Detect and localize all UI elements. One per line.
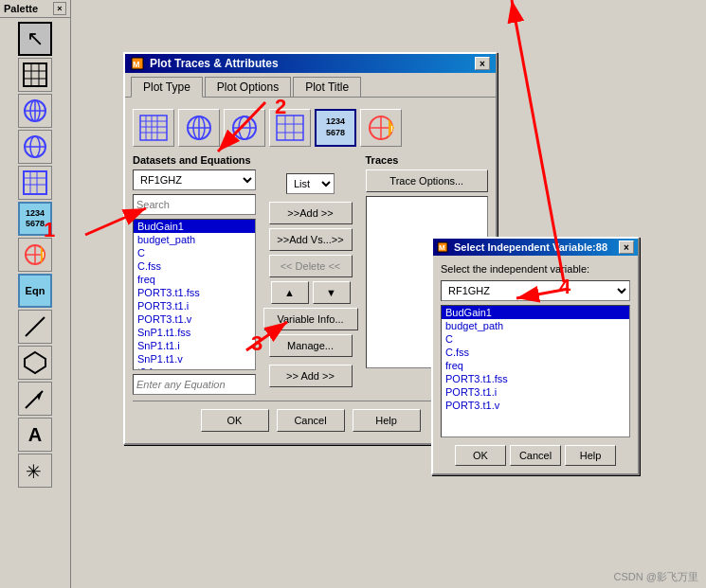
datasets-label: Datasets and Equations — [133, 154, 256, 166]
eqn-add-btn[interactable]: >> Add >> — [269, 365, 353, 387]
delete-btn[interactable]: << Delete << — [269, 255, 353, 277]
dataset-dropdown-row: RF1GHZ — [133, 169, 256, 190]
cancel-btn[interactable]: Cancel — [277, 409, 345, 432]
indep-help-btn[interactable]: Help — [565, 445, 616, 466]
list-item[interactable]: budget_path — [134, 233, 255, 246]
indep-select[interactable]: RF1GHZ — [441, 280, 630, 301]
list-item[interactable]: C — [134, 246, 255, 259]
list-item[interactable]: t2.fss — [134, 365, 255, 370]
list-item[interactable]: freq — [134, 273, 255, 286]
left-col: Datasets and Equations RF1GHZ BudGain1 b… — [133, 154, 256, 395]
palette-item-globe2[interactable] — [18, 130, 52, 164]
main-dialog-title: Plot Traces & Attributes — [150, 57, 279, 70]
palette-titlebar: Palette × — [0, 0, 70, 18]
tab-plot-options[interactable]: Plot Options — [205, 77, 291, 97]
svg-marker-23 — [25, 352, 45, 373]
indep-variable-dialog: M Select Independent Variable:88 × Selec… — [431, 237, 640, 475]
palette-close-btn[interactable]: × — [53, 2, 66, 15]
indep-list[interactable]: BudGain1 budget_path C C.fss freq PORT3.… — [441, 305, 630, 437]
list-item[interactable]: PORT3.t1.i — [134, 299, 255, 312]
dialog-icon: M — [131, 57, 144, 70]
plot-type-toolbar: 12345678 ! — [133, 105, 488, 154]
indep-bottom-btns: OK Cancel Help — [441, 445, 630, 466]
svg-rect-43 — [277, 116, 303, 140]
indep-dialog-icon: M — [437, 241, 448, 253]
indep-body: Select the independent variable: RF1GHZ … — [433, 256, 638, 473]
list-item[interactable]: C.fss — [134, 259, 255, 273]
list-item[interactable]: PORT3.t1.v — [134, 312, 255, 326]
list-item[interactable]: SnP1.t1.i — [134, 339, 255, 352]
indep-list-item[interactable]: C — [442, 332, 629, 346]
ok-btn[interactable]: OK — [201, 409, 269, 432]
palette-item-num[interactable]: 12345678 — [18, 202, 52, 236]
svg-rect-29 — [140, 116, 167, 140]
svg-rect-12 — [24, 171, 46, 194]
globe-btn[interactable] — [178, 109, 220, 147]
palette-item-text[interactable]: A — [18, 418, 52, 452]
indep-cancel-btn[interactable]: Cancel — [510, 445, 561, 466]
dataset-list[interactable]: BudGain1 budget_path C C.fss freq PORT3.… — [133, 219, 256, 370]
list-item[interactable]: SnP1.t1.v — [134, 352, 255, 365]
indep-list-item[interactable]: budget_path — [442, 319, 629, 332]
svg-line-22 — [26, 317, 45, 336]
up-btn[interactable]: ▲ — [271, 281, 309, 304]
dataset-select[interactable]: RF1GHZ — [133, 169, 256, 190]
palette-item-target[interactable]: ! — [18, 238, 52, 272]
palette-panel: Palette × ↖ 12345678 ! Eqn — [0, 0, 71, 588]
indep-dialog-titlebar: M Select Independent Variable:88 × — [433, 239, 638, 256]
num-display-btn[interactable]: 12345678 — [315, 109, 356, 147]
equation-input[interactable] — [133, 374, 256, 395]
list-type-select[interactable]: List Tree — [286, 173, 335, 194]
indep-ok-btn[interactable]: OK — [455, 445, 506, 466]
indep-list-item[interactable]: PORT3.t1.i — [442, 385, 629, 399]
svg-marker-25 — [37, 391, 43, 401]
down-btn[interactable]: ▼ — [313, 281, 351, 304]
help-btn[interactable]: Help — [353, 409, 421, 432]
palette-item-poly[interactable] — [18, 346, 52, 380]
mid-buttons: List Tree >>Add >> >>Add Vs...>> << Dele… — [263, 154, 358, 395]
trace-options-btn[interactable]: Trace Options... — [366, 169, 489, 192]
add-btn[interactable]: >>Add >> — [269, 202, 353, 224]
palette-item-grid[interactable] — [18, 166, 52, 200]
arrow-btns: ▲ ▼ — [271, 281, 351, 304]
palette-item-globe1[interactable] — [18, 94, 52, 128]
svg-rect-0 — [24, 63, 46, 86]
list-item[interactable]: SnP1.t1.fss — [134, 326, 255, 339]
palette-items-list: ↖ 12345678 ! Eqn — [0, 18, 70, 491]
manage-btn[interactable]: Manage... — [269, 334, 353, 357]
indep-dialog-close[interactable]: × — [619, 241, 634, 254]
palette-title-text: Palette — [4, 3, 38, 14]
indep-list-item[interactable]: PORT3.t1.fss — [442, 372, 629, 385]
dialog-tabs: Plot Type Plot Options Plot Title — [125, 73, 496, 97]
indep-label: Select the independent variable: — [441, 263, 630, 275]
bar-chart-btn[interactable] — [133, 109, 174, 147]
tab-plot-type[interactable]: Plot Type — [131, 77, 203, 98]
target-btn[interactable]: ! — [360, 109, 402, 147]
list-item[interactable]: BudGain1 — [134, 220, 255, 233]
scatter-btn[interactable] — [224, 109, 265, 147]
add-vs-btn[interactable]: >>Add Vs...>> — [269, 228, 353, 251]
indep-dialog-title: Select Independent Variable:88 — [454, 241, 607, 253]
palette-item-cursor[interactable]: ↖ — [18, 22, 52, 56]
indep-list-item[interactable]: C.fss — [442, 346, 629, 359]
svg-text:!: ! — [390, 124, 393, 134]
svg-text:!: ! — [42, 250, 45, 259]
main-dialog-titlebar: M Plot Traces & Attributes × — [125, 54, 496, 73]
palette-item-rect[interactable] — [18, 58, 52, 92]
main-dialog-close[interactable]: × — [475, 57, 490, 70]
palette-item-line[interactable] — [18, 310, 52, 344]
indep-list-item[interactable]: freq — [442, 359, 629, 372]
palette-item-eqn[interactable]: Eqn — [18, 274, 52, 308]
grid2-btn[interactable] — [269, 109, 311, 147]
list-item[interactable]: PORT3.t1.fss — [134, 286, 255, 299]
indep-list-item[interactable]: BudGain1 — [442, 306, 629, 319]
palette-item-arrow[interactable] — [18, 382, 52, 416]
variable-info-btn[interactable]: Variable Info... — [263, 308, 358, 330]
watermark: CSDN @影飞万里 — [614, 570, 698, 584]
search-input[interactable] — [133, 194, 256, 215]
indep-list-item[interactable]: PORT3.t1.v — [442, 399, 629, 412]
palette-item-star[interactable]: ✳ — [18, 454, 52, 488]
svg-text:✳: ✳ — [26, 461, 42, 482]
tab-plot-title[interactable]: Plot Title — [293, 77, 361, 97]
traces-label: Traces — [366, 154, 489, 166]
